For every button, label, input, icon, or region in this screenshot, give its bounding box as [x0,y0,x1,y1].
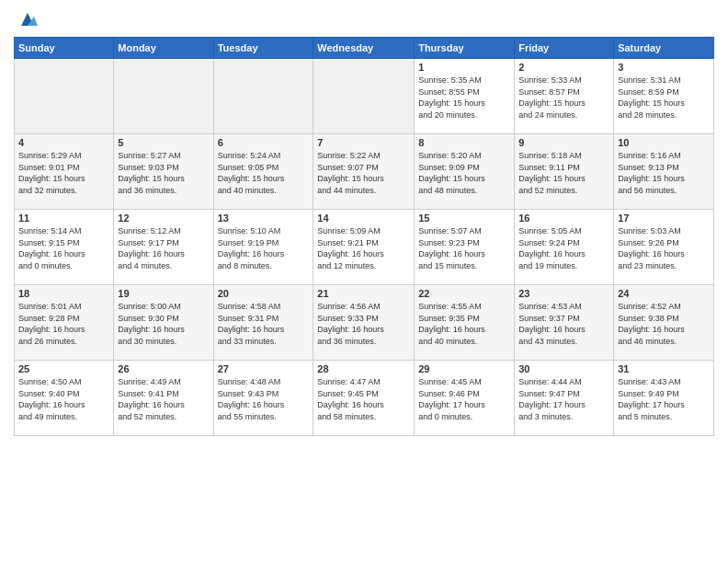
calendar-day-cell: 17Sunrise: 5:03 AMSunset: 9:26 PMDayligh… [614,210,714,285]
calendar-day-cell: 12Sunrise: 5:12 AMSunset: 9:17 PMDayligh… [114,210,213,285]
day-info: Sunrise: 5:16 AMSunset: 9:13 PMDaylight:… [618,150,710,196]
day-number: 16 [518,213,609,224]
day-info: Sunrise: 4:55 AMSunset: 9:35 PMDaylight:… [418,301,510,347]
day-number: 22 [418,288,510,299]
day-info: Sunrise: 4:48 AMSunset: 9:43 PMDaylight:… [218,376,310,422]
day-info: Sunrise: 4:53 AMSunset: 9:37 PMDaylight:… [518,301,609,347]
day-number: 20 [218,288,310,299]
calendar-day-cell: 29Sunrise: 4:45 AMSunset: 9:46 PMDayligh… [415,361,515,436]
calendar-day-cell: 4Sunrise: 5:29 AMSunset: 9:01 PMDaylight… [15,134,114,210]
day-info: Sunrise: 5:00 AMSunset: 9:30 PMDaylight:… [118,301,209,347]
day-info: Sunrise: 5:24 AMSunset: 9:05 PMDaylight:… [218,150,310,196]
day-number: 3 [618,62,710,73]
day-number: 5 [118,137,209,148]
calendar-day-cell: 10Sunrise: 5:16 AMSunset: 9:13 PMDayligh… [614,134,714,210]
day-number: 25 [18,363,109,374]
day-number: 26 [118,363,209,374]
weekday-header: Wednesday [313,38,415,59]
logo-icon [17,9,38,29]
day-info: Sunrise: 5:33 AMSunset: 8:57 PMDaylight:… [518,75,609,121]
day-number: 14 [317,213,410,224]
calendar-day-cell: 14Sunrise: 5:09 AMSunset: 9:21 PMDayligh… [313,210,415,285]
day-number: 17 [618,213,710,224]
day-number: 19 [118,288,209,299]
calendar-day-cell [313,59,415,134]
page: SundayMondayTuesdayWednesdayThursdayFrid… [0,0,728,563]
calendar-week-row: 11Sunrise: 5:14 AMSunset: 9:15 PMDayligh… [15,210,714,285]
day-info: Sunrise: 5:05 AMSunset: 9:24 PMDaylight:… [518,225,609,271]
calendar-day-cell: 26Sunrise: 4:49 AMSunset: 9:41 PMDayligh… [114,361,213,436]
calendar-day-cell: 30Sunrise: 4:44 AMSunset: 9:47 PMDayligh… [515,361,614,436]
day-info: Sunrise: 4:43 AMSunset: 9:49 PMDaylight:… [618,376,710,422]
day-number: 24 [618,288,710,299]
day-number: 30 [518,363,609,374]
day-number: 10 [618,137,710,148]
calendar-day-cell: 31Sunrise: 4:43 AMSunset: 9:49 PMDayligh… [614,361,714,436]
day-number: 12 [118,213,209,224]
day-info: Sunrise: 4:58 AMSunset: 9:31 PMDaylight:… [218,301,310,347]
calendar-day-cell: 6Sunrise: 5:24 AMSunset: 9:05 PMDaylight… [213,134,313,210]
day-info: Sunrise: 5:12 AMSunset: 9:17 PMDaylight:… [118,225,209,271]
day-info: Sunrise: 5:27 AMSunset: 9:03 PMDaylight:… [118,150,209,196]
day-info: Sunrise: 5:20 AMSunset: 9:09 PMDaylight:… [418,150,510,196]
day-number: 23 [518,288,609,299]
day-number: 27 [218,363,310,374]
calendar-day-cell: 21Sunrise: 4:56 AMSunset: 9:33 PMDayligh… [313,285,415,361]
day-info: Sunrise: 5:22 AMSunset: 9:07 PMDaylight:… [317,150,410,196]
day-info: Sunrise: 5:03 AMSunset: 9:26 PMDaylight:… [618,225,710,271]
header [14,9,714,29]
weekday-header: Sunday [15,38,114,59]
day-info: Sunrise: 5:29 AMSunset: 9:01 PMDaylight:… [18,150,109,196]
weekday-header: Saturday [614,38,714,59]
day-number: 4 [18,137,109,148]
day-info: Sunrise: 4:49 AMSunset: 9:41 PMDaylight:… [118,376,209,422]
day-number: 11 [18,213,109,224]
day-info: Sunrise: 4:45 AMSunset: 9:46 PMDaylight:… [418,376,510,422]
day-number: 8 [418,137,510,148]
day-number: 6 [218,137,310,148]
calendar-table: SundayMondayTuesdayWednesdayThursdayFrid… [14,37,714,436]
weekday-header: Friday [515,38,614,59]
day-number: 18 [18,288,109,299]
calendar-day-cell: 9Sunrise: 5:18 AMSunset: 9:11 PMDaylight… [515,134,614,210]
day-info: Sunrise: 5:01 AMSunset: 9:28 PMDaylight:… [18,301,109,347]
weekday-header: Tuesday [213,38,313,59]
calendar-day-cell [114,59,213,134]
day-number: 1 [418,62,510,73]
calendar-day-cell: 27Sunrise: 4:48 AMSunset: 9:43 PMDayligh… [213,361,313,436]
day-number: 9 [518,137,609,148]
calendar-day-cell: 25Sunrise: 4:50 AMSunset: 9:40 PMDayligh… [15,361,114,436]
day-info: Sunrise: 4:56 AMSunset: 9:33 PMDaylight:… [317,301,410,347]
calendar-day-cell: 28Sunrise: 4:47 AMSunset: 9:45 PMDayligh… [313,361,415,436]
calendar-day-cell: 7Sunrise: 5:22 AMSunset: 9:07 PMDaylight… [313,134,415,210]
calendar-day-cell: 23Sunrise: 4:53 AMSunset: 9:37 PMDayligh… [515,285,614,361]
calendar-day-cell: 20Sunrise: 4:58 AMSunset: 9:31 PMDayligh… [213,285,313,361]
calendar-day-cell: 1Sunrise: 5:35 AMSunset: 8:55 PMDaylight… [415,59,515,134]
day-number: 2 [518,62,609,73]
day-info: Sunrise: 5:10 AMSunset: 9:19 PMDaylight:… [218,225,310,271]
day-number: 29 [418,363,510,374]
day-number: 31 [618,363,710,374]
calendar-day-cell [15,59,114,134]
calendar-week-row: 18Sunrise: 5:01 AMSunset: 9:28 PMDayligh… [15,285,714,361]
day-number: 15 [418,213,510,224]
calendar-day-cell: 18Sunrise: 5:01 AMSunset: 9:28 PMDayligh… [15,285,114,361]
day-info: Sunrise: 4:52 AMSunset: 9:38 PMDaylight:… [618,301,710,347]
day-info: Sunrise: 5:09 AMSunset: 9:21 PMDaylight:… [317,225,410,271]
day-number: 28 [317,363,410,374]
calendar-day-cell: 22Sunrise: 4:55 AMSunset: 9:35 PMDayligh… [415,285,515,361]
logo [14,9,38,29]
day-info: Sunrise: 4:44 AMSunset: 9:47 PMDaylight:… [518,376,609,422]
weekday-header-row: SundayMondayTuesdayWednesdayThursdayFrid… [15,38,714,59]
day-number: 13 [218,213,310,224]
calendar-week-row: 25Sunrise: 4:50 AMSunset: 9:40 PMDayligh… [15,361,714,436]
day-info: Sunrise: 5:18 AMSunset: 9:11 PMDaylight:… [518,150,609,196]
day-number: 7 [317,137,410,148]
calendar-day-cell: 2Sunrise: 5:33 AMSunset: 8:57 PMDaylight… [515,59,614,134]
calendar-day-cell: 8Sunrise: 5:20 AMSunset: 9:09 PMDaylight… [415,134,515,210]
calendar-day-cell: 5Sunrise: 5:27 AMSunset: 9:03 PMDaylight… [114,134,213,210]
day-number: 21 [317,288,410,299]
day-info: Sunrise: 5:07 AMSunset: 9:23 PMDaylight:… [418,225,510,271]
day-info: Sunrise: 4:47 AMSunset: 9:45 PMDaylight:… [317,376,410,422]
day-info: Sunrise: 5:14 AMSunset: 9:15 PMDaylight:… [18,225,109,271]
